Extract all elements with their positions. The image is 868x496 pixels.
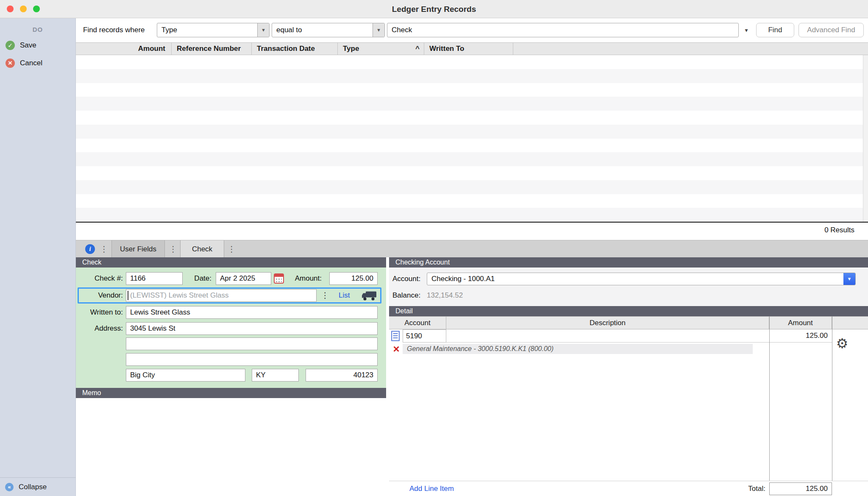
sort-ascending-icon: ^ xyxy=(415,43,420,55)
gear-column-rule xyxy=(832,316,832,496)
balance-label: Balance: xyxy=(392,289,426,302)
amount-label: Amount: xyxy=(286,272,322,285)
cancel-button[interactable]: × Cancel xyxy=(0,57,76,70)
save-check-icon: ✓ xyxy=(6,41,15,50)
collapse-icon: « xyxy=(5,483,14,491)
search-value-input[interactable] xyxy=(387,23,739,37)
date-input[interactable] xyxy=(216,272,271,285)
titlebar: Ledger Entry Records xyxy=(0,0,868,18)
results-count: 0 Results xyxy=(721,224,861,237)
tab-check[interactable]: Check xyxy=(180,240,224,258)
tab-user-fields[interactable]: User Fields xyxy=(111,240,165,258)
detail-column-amount: Amount xyxy=(769,317,832,329)
vendor-list-link[interactable]: List xyxy=(339,289,350,302)
account-dropdown[interactable]: Checking - 1000.A1 ▾ xyxy=(427,273,856,285)
state-input[interactable] xyxy=(252,369,299,382)
search-operator-value: equal to xyxy=(272,23,384,37)
search-field-value: Type xyxy=(157,23,269,37)
results-scrollbar[interactable] xyxy=(863,55,868,222)
written-to-input[interactable] xyxy=(126,306,378,319)
chevron-down-icon: ▾ xyxy=(257,23,269,37)
column-header-reference-number[interactable]: Reference Number xyxy=(172,43,252,55)
detail-note-row: × General Maintenance - 3000.5190.K.K1 (… xyxy=(389,343,868,355)
collapse-button[interactable]: « Collapse xyxy=(0,477,76,496)
find-button[interactable]: Find xyxy=(756,23,794,37)
amount-input[interactable] xyxy=(329,272,378,285)
zip-input[interactable] xyxy=(306,369,378,382)
drag-handle-icon[interactable]: ⋮ xyxy=(100,240,108,258)
column-header-type[interactable]: Type^ xyxy=(338,43,424,55)
table-row xyxy=(76,152,868,166)
vendor-truck-icon[interactable] xyxy=(362,290,377,301)
checking-account-header: Checking Account xyxy=(389,257,868,268)
address-line3-input[interactable] xyxy=(126,353,378,366)
collapse-label: Collapse xyxy=(19,478,47,496)
memo-text-area[interactable] xyxy=(76,398,386,496)
line-item-description-cell[interactable] xyxy=(446,329,769,343)
account-label: Account: xyxy=(392,273,426,285)
check-number-input[interactable] xyxy=(126,272,183,285)
info-icon[interactable]: i xyxy=(85,244,95,254)
sidebar: DO ✓ Save × Cancel « Collapse xyxy=(0,18,76,496)
detail-footer: Add Line Item Total: 125.00 xyxy=(389,481,868,496)
advanced-find-button[interactable]: Advanced Find xyxy=(798,23,864,37)
search-operator-dropdown[interactable]: equal to ▾ xyxy=(272,23,385,37)
total-label: Total: xyxy=(720,481,765,496)
line-item-amount-cell[interactable]: 125.00 xyxy=(769,329,832,343)
detail-column-description: Description xyxy=(446,317,769,329)
gear-icon[interactable]: ⚙ xyxy=(833,336,851,351)
tab-bar: i ⋮ User Fields ⋮ Check ⋮ xyxy=(76,240,868,257)
line-item-document-icon[interactable] xyxy=(391,331,401,341)
table-row xyxy=(76,69,868,83)
city-input[interactable] xyxy=(126,369,245,382)
table-row xyxy=(76,83,868,97)
find-records-label: Find records where xyxy=(83,23,145,37)
chevron-down-icon: ▾ xyxy=(843,273,855,285)
results-table-header: Amount Reference Number Transaction Date… xyxy=(76,42,868,55)
results-divider xyxy=(76,222,868,223)
search-field-dropdown[interactable]: Type ▾ xyxy=(157,23,270,37)
table-row xyxy=(76,125,868,139)
address-line2-input[interactable] xyxy=(126,337,378,350)
check-section-header: Check xyxy=(76,257,386,268)
detail-table-header: Account Description Amount xyxy=(389,316,868,329)
search-disclosure-arrow-icon[interactable]: ▾ xyxy=(740,23,753,37)
table-row xyxy=(76,194,868,208)
sidebar-header: DO xyxy=(0,26,75,33)
drag-handle-icon[interactable]: ⋮ xyxy=(169,240,177,258)
account-value: Checking - 1000.A1 xyxy=(427,273,855,285)
line-item-account-cell[interactable]: 5190 xyxy=(403,329,446,343)
total-value: 125.00 xyxy=(769,482,832,495)
table-row xyxy=(76,139,868,153)
save-button[interactable]: ✓ Save xyxy=(0,39,76,52)
detail-section-header: Detail xyxy=(389,306,868,316)
delete-line-item-icon[interactable]: × xyxy=(391,343,402,355)
vendor-label: Vendor: xyxy=(76,289,123,302)
table-row xyxy=(76,166,868,180)
check-panel: Check Check #: Date: Amount: Vendor: ⋮ L… xyxy=(76,257,386,496)
written-to-label: Written to: xyxy=(76,306,123,319)
address-label: Address: xyxy=(76,322,123,335)
calendar-icon[interactable] xyxy=(274,273,284,284)
account-note: General Maintenance - 3000.5190.K.K1 (80… xyxy=(403,344,753,354)
table-row xyxy=(76,97,868,111)
vendor-input[interactable] xyxy=(126,289,317,302)
balance-value: 132,154.52 xyxy=(427,289,512,302)
results-table-body xyxy=(76,55,868,222)
text-cursor xyxy=(128,291,128,300)
chevron-down-icon: ▾ xyxy=(373,23,384,37)
vendor-options-icon[interactable]: ⋮ xyxy=(321,289,329,302)
column-header-transaction-date[interactable]: Transaction Date xyxy=(252,43,338,55)
address-line1-input[interactable] xyxy=(126,322,378,335)
add-line-item-link[interactable]: Add Line Item xyxy=(409,481,454,496)
drag-handle-icon[interactable]: ⋮ xyxy=(228,240,235,258)
cancel-x-icon: × xyxy=(6,59,15,68)
table-row xyxy=(76,180,868,194)
save-label: Save xyxy=(20,39,36,52)
table-row xyxy=(76,208,868,222)
detail-column-account: Account xyxy=(389,317,446,329)
table-row xyxy=(76,111,868,125)
column-header-written-to[interactable]: Written To xyxy=(424,43,513,55)
date-label: Date: xyxy=(182,272,211,285)
column-header-amount[interactable]: Amount xyxy=(76,43,172,55)
